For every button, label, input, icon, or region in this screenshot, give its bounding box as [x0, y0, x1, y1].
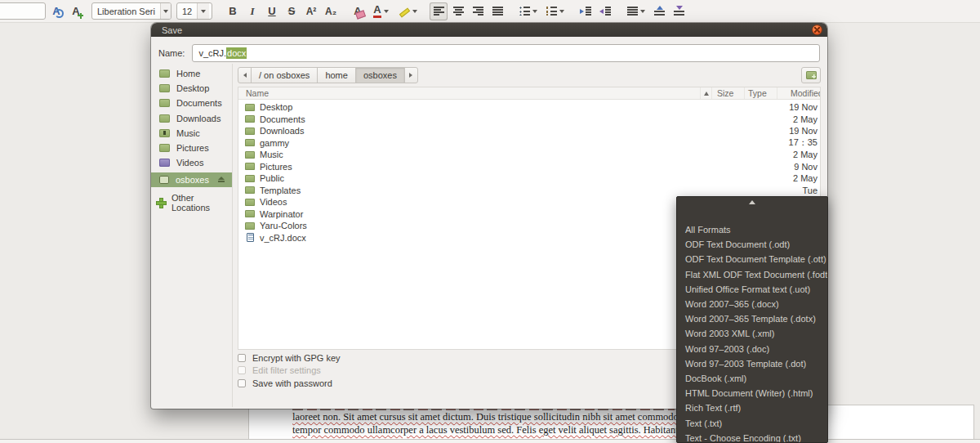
- update-style-icon[interactable]: A: [47, 2, 65, 20]
- file-name: Music: [260, 150, 765, 159]
- file-row[interactable]: Templates Tue: [238, 185, 820, 197]
- chevron-down-icon[interactable]: [160, 3, 171, 19]
- file-row[interactable]: Pictures 9 Nov: [238, 161, 820, 173]
- format-option[interactable]: Word 2007–365 Template (.dotx): [677, 311, 827, 326]
- format-option[interactable]: HTML Document (Writer) (.html): [677, 386, 827, 400]
- line-spacing-icon[interactable]: [623, 2, 648, 20]
- osboxes[interactable]: osboxes: [355, 67, 405, 83]
- Music[interactable]: Music: [151, 126, 232, 141]
- format-option[interactable]: Word 2007–365 (.docx): [677, 297, 827, 311]
- clear-formatting-icon[interactable]: A: [349, 2, 367, 20]
- close-icon[interactable]: [813, 25, 822, 34]
- file-row[interactable]: gammy 17：35: [238, 137, 820, 150]
- align-left-icon[interactable]: [430, 2, 448, 20]
- music-icon: [159, 129, 170, 137]
- format-option[interactable]: Unified Office Format text (.uot): [677, 282, 827, 297]
- chevron-right-icon[interactable]: [404, 67, 418, 83]
- checkbox-icon[interactable]: [238, 354, 246, 362]
- column-header-size[interactable]: Size: [711, 87, 744, 99]
- sort-ascending-icon[interactable]: [700, 87, 711, 99]
- file-modified: 17：35: [765, 136, 820, 149]
- underline-icon[interactable]: U: [263, 2, 281, 20]
- sidebar-item-osboxes-device[interactable]: osboxes: [151, 172, 232, 187]
- eject-icon[interactable]: [217, 177, 225, 182]
- Desktop[interactable]: Desktop: [151, 81, 232, 96]
- Save with password[interactable]: Save with password: [238, 377, 341, 390]
- checkbox-icon[interactable]: [238, 379, 246, 387]
- document-page: laoreet non. Sit amet cursus sit amet di…: [249, 405, 973, 439]
- file-row[interactable]: Documents 2 May: [238, 114, 820, 126]
- file-row[interactable]: Public 2 May: [238, 172, 820, 185]
- filename-input[interactable]: v_cRJ.docx: [192, 44, 820, 62]
- file-row[interactable]: Music 2 May: [238, 149, 820, 161]
- Home[interactable]: Home: [151, 66, 232, 81]
- format-option[interactable]: Word 97–2003 Template (.dot): [677, 356, 827, 371]
- document-text-line: laoreet non. Sit amet cursus sit amet di…: [292, 411, 680, 423]
- increase-indent-icon[interactable]: [577, 2, 595, 20]
- format-option[interactable]: ODF Text Document Template (.ott): [677, 252, 827, 266]
- format-option[interactable]: Word 97–2003 (.doc): [677, 342, 827, 356]
- align-right-icon[interactable]: [469, 2, 487, 20]
- numbered-list-icon[interactable]: [542, 2, 568, 20]
- format-option[interactable]: Word 2003 XML (.xml): [677, 326, 827, 341]
- folder-icon: [245, 210, 255, 217]
- home-icon: [159, 69, 170, 78]
- home[interactable]: home: [317, 67, 356, 83]
- increase-paragraph-spacing-icon[interactable]: [650, 2, 668, 20]
- new-folder-icon: [806, 71, 817, 79]
- file-format-menu: All Formats ODF Text Document (.odt) ODF…: [676, 196, 828, 443]
- subscript-icon[interactable]: A₂: [322, 2, 340, 20]
- sidebar-item-label: Documents: [176, 98, 222, 108]
- file-name: Documents: [260, 114, 765, 124]
- font-size-combo[interactable]: 12: [176, 2, 212, 20]
- Documents[interactable]: Documents: [151, 96, 232, 110]
- Encrypt with GPG key[interactable]: Encrypt with GPG key: [238, 351, 341, 365]
- path-bar: / on osboxes home osboxes: [238, 67, 821, 83]
- file-name: Public: [260, 173, 765, 183]
- Downloads[interactable]: Downloads: [151, 111, 232, 126]
- file-row[interactable]: Downloads 19 Nov: [238, 125, 820, 137]
- format-option[interactable]: Text - Choose Encoding (.txt): [677, 431, 827, 443]
- column-header-modified[interactable]: Modified: [777, 87, 820, 99]
- superscript-icon[interactable]: A²: [302, 2, 320, 20]
- file-row[interactable]: Desktop 19 Nov: [238, 101, 820, 114]
- paragraph-style-combo[interactable]: ody: [0, 2, 46, 20]
- decrease-indent-icon[interactable]: [596, 2, 614, 20]
- format-option[interactable]: Rich Text (.rtf): [677, 400, 827, 415]
- sidebar-item-other-locations[interactable]: Other Locations: [151, 195, 232, 210]
- format-option[interactable]: Text (.txt): [677, 415, 827, 430]
- format-option[interactable]: Flat XML ODF Text Document (.fodt): [677, 267, 827, 282]
- bold-icon[interactable]: B: [224, 2, 242, 20]
- format-option[interactable]: DocBook (.xml): [677, 371, 827, 386]
- dialog-titlebar[interactable]: Save: [151, 23, 827, 37]
- folder-icon: [245, 222, 255, 230]
- Pictures[interactable]: Pictures: [151, 141, 232, 155]
- folder-icon: [245, 104, 255, 111]
- format-option[interactable]: All Formats: [677, 222, 827, 237]
- new-style-icon[interactable]: A: [67, 2, 85, 20]
- highlight-color-icon[interactable]: [395, 2, 421, 20]
- font-name-value: Liberation Seri: [92, 7, 160, 16]
- / on osboxes[interactable]: / on osboxes: [251, 67, 318, 83]
- bullet-list-icon[interactable]: [515, 2, 541, 20]
- column-header-name[interactable]: Name: [238, 87, 700, 99]
- folder-icon: [245, 115, 255, 123]
- align-center-icon[interactable]: [449, 2, 467, 20]
- column-header-type[interactable]: Type: [744, 87, 777, 99]
- font-name-combo[interactable]: Liberation Seri: [91, 2, 172, 20]
- formatting-toolbar: ody A A Liberation Seri 12 B I U S A² A₂…: [0, 0, 980, 23]
- chevron-down-icon[interactable]: [197, 3, 209, 19]
- Edit filter settings[interactable]: Edit filter settings: [238, 365, 341, 378]
- checkbox-icon[interactable]: [238, 366, 246, 374]
- scroll-up-icon[interactable]: [677, 197, 827, 208]
- other-locations-label: Other Locations: [172, 193, 232, 213]
- format-option[interactable]: ODF Text Document (.odt): [677, 237, 827, 252]
- new-folder-button[interactable]: [801, 67, 821, 83]
- chevron-left-icon[interactable]: [238, 67, 252, 83]
- Videos[interactable]: Videos: [151, 155, 232, 170]
- strikethrough-icon[interactable]: S: [283, 2, 301, 20]
- justify-icon[interactable]: [488, 2, 506, 20]
- italic-icon[interactable]: I: [243, 2, 261, 20]
- font-color-icon[interactable]: A: [368, 2, 394, 20]
- decrease-paragraph-spacing-icon[interactable]: [670, 2, 688, 20]
